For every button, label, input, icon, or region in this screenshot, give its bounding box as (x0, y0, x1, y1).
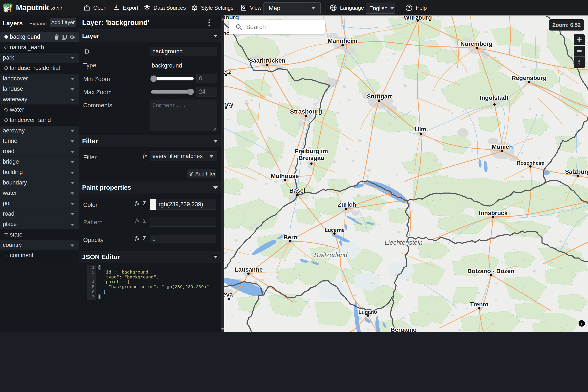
svg-text:Lucerne: Lucerne (324, 227, 344, 233)
svg-text:Freiburg im: Freiburg im (295, 148, 328, 154)
svg-text:Bergamo: Bergamo (390, 326, 416, 332)
svg-text:Innsbruck: Innsbruck (479, 210, 508, 216)
svg-text:Lugano: Lugano (358, 309, 377, 315)
svg-text:Nuremberg: Nuremberg (460, 40, 492, 47)
svg-text:Regensburg: Regensburg (512, 74, 547, 81)
svg-text:eva: eva (224, 291, 233, 298)
svg-text:Bolzano - Bozen: Bolzano - Bozen (467, 268, 514, 274)
svg-text:Salzburg: Salzburg (565, 168, 588, 175)
svg-text:Saarbrücken: Saarbrücken (249, 57, 286, 64)
svg-text:Mannheim: Mannheim (328, 38, 357, 44)
svg-text:Ulm: Ulm (415, 126, 426, 133)
svg-text:Trento: Trento (470, 301, 489, 308)
svg-text:Basel: Basel (289, 187, 305, 194)
svg-text:Mulhouse: Mulhouse (271, 173, 299, 179)
svg-text:Lausanne: Lausanne (235, 266, 263, 273)
svg-text:Ingolstadt: Ingolstadt (480, 94, 509, 101)
svg-text:Munich: Munich (492, 144, 513, 150)
svg-text:Strasbourg: Strasbourg (290, 108, 322, 115)
svg-text:Stuttgart: Stuttgart (367, 93, 392, 100)
svg-text:Bern: Bern (284, 234, 297, 240)
svg-text:Zurich: Zurich (338, 201, 356, 208)
svg-text:Breisgau: Breisgau (298, 154, 324, 161)
svg-text:Switzerland: Switzerland (314, 251, 347, 258)
svg-text:Rosenheim: Rosenheim (517, 160, 544, 166)
svg-text:Liechtenstein: Liechtenstein (385, 239, 423, 246)
